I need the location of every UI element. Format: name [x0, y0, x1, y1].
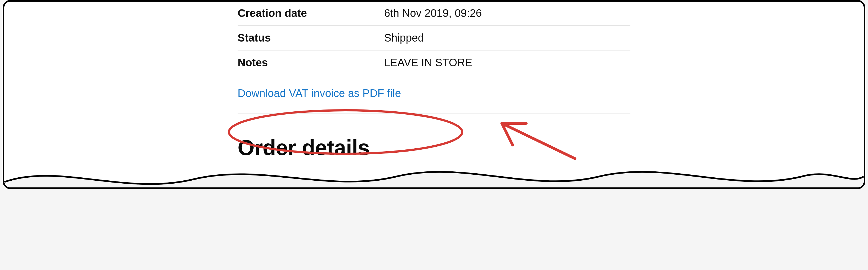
download-vat-invoice-link[interactable]: Download VAT invoice as PDF file: [238, 87, 401, 100]
row-label: Creation date: [238, 7, 384, 19]
summary-row: Creation date 6th Nov 2019, 09:26: [238, 2, 630, 26]
row-label: Notes: [238, 56, 384, 69]
row-value: Shipped: [384, 32, 424, 44]
summary-row: Notes LEAVE IN STORE: [238, 51, 630, 75]
row-value: LEAVE IN STORE: [384, 56, 472, 69]
download-row: Download VAT invoice as PDF file: [238, 75, 630, 113]
summary-table: Creation date 6th Nov 2019, 09:26 Status…: [238, 2, 630, 75]
order-details-heading: Order details: [238, 135, 864, 160]
order-summary: Creation date 6th Nov 2019, 09:26 Status…: [4, 2, 864, 160]
order-card: Creation date 6th Nov 2019, 09:26 Status…: [3, 0, 865, 189]
row-label: Status: [238, 32, 384, 44]
summary-row: Status Shipped: [238, 26, 630, 51]
row-value: 6th Nov 2019, 09:26: [384, 7, 482, 19]
